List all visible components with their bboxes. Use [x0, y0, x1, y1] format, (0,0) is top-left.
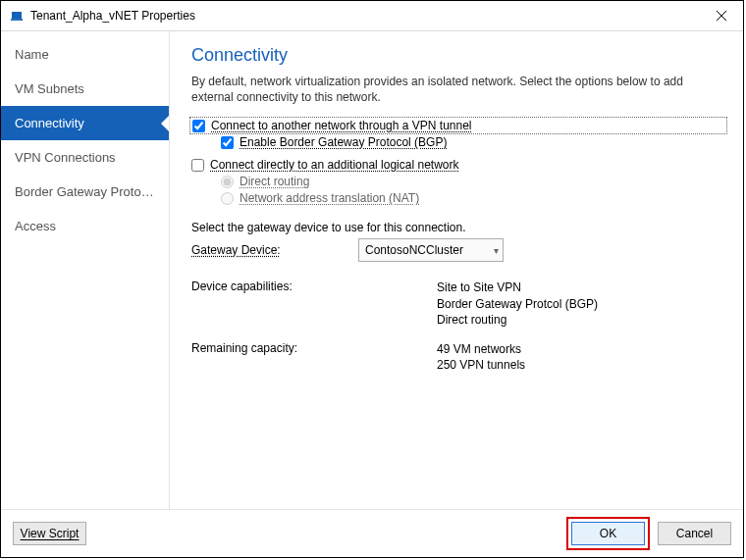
page-title: Connectivity [191, 45, 725, 66]
vpn-tunnel-label: Connect to another network through a VPN… [211, 119, 472, 132]
direct-connect-group: Connect directly to an additional logica… [191, 157, 725, 207]
ok-highlight: OK [566, 517, 650, 550]
direct-routing-label: Direct routing [240, 175, 309, 188]
capabilities-section: Device capabilities: Site to Site VPN Bo… [191, 280, 725, 373]
close-icon [717, 11, 726, 21]
gateway-select[interactable]: ContosoNCCluster ▾ [358, 238, 504, 262]
direct-routing-row: Direct routing [191, 174, 725, 190]
direct-connect-label: Connect directly to an additional logica… [210, 158, 458, 172]
nat-row: Network address translation (NAT) [191, 190, 725, 207]
window-title: Tenant_Alpha_vNET Properties [30, 9, 699, 23]
sidebar-item-name[interactable]: Name [1, 37, 169, 72]
cap-value-1: Border Gateway Protcol (BGP) [437, 296, 598, 312]
bgp-checkbox[interactable] [221, 136, 234, 149]
bgp-label: Enable Border Gateway Protocol (BGP) [240, 135, 447, 149]
gateway-section: Select the gateway device to use for thi… [191, 221, 725, 262]
direct-connect-checkbox[interactable] [191, 159, 204, 172]
remaining-value-0: 49 VM networks [437, 341, 525, 357]
capabilities-label: Device capabilities: [191, 280, 437, 328]
cap-value-2: Direct routing [437, 312, 598, 328]
sidebar-item-connectivity[interactable]: Connectivity [1, 106, 169, 140]
titlebar: Tenant_Alpha_vNET Properties [1, 1, 743, 31]
direct-connect-row: Connect directly to an additional logica… [191, 157, 725, 174]
page-description: By default, network virtualization provi… [191, 74, 725, 105]
cancel-button[interactable]: Cancel [658, 522, 731, 545]
remaining-row: Remaining capacity: 49 VM networks 250 V… [191, 341, 725, 373]
close-button[interactable] [699, 1, 743, 30]
vpn-tunnel-checkbox[interactable] [192, 120, 205, 132]
gateway-value: ContosoNCCluster [365, 243, 463, 257]
svg-rect-0 [12, 12, 22, 20]
dialog-window: Tenant_Alpha_vNET Properties Name VM Sub… [0, 0, 744, 558]
bgp-row: Enable Border Gateway Protocol (BGP) [191, 134, 725, 151]
vpn-tunnel-row: Connect to another network through a VPN… [189, 117, 727, 134]
remaining-values: 49 VM networks 250 VPN tunnels [437, 341, 525, 373]
sidebar-item-vpn-connections[interactable]: VPN Connections [1, 140, 169, 175]
gateway-row: Gateway Device: ContosoNCCluster ▾ [191, 238, 725, 262]
remaining-label: Remaining capacity: [191, 341, 437, 373]
capabilities-values: Site to Site VPN Border Gateway Protcol … [437, 280, 598, 328]
sidebar: Name VM Subnets Connectivity VPN Connect… [1, 31, 170, 509]
remaining-value-1: 250 VPN tunnels [437, 357, 525, 373]
main-panel: Connectivity By default, network virtual… [170, 31, 743, 509]
capabilities-row: Device capabilities: Site to Site VPN Bo… [191, 280, 725, 328]
sidebar-item-access[interactable]: Access [1, 209, 169, 243]
vpn-tunnel-group: Connect to another network through a VPN… [191, 117, 725, 151]
sidebar-item-bgp[interactable]: Border Gateway Protocol... [1, 175, 169, 209]
footer: View Script OK Cancel [1, 509, 743, 557]
gateway-label: Gateway Device: [191, 243, 358, 257]
direct-routing-radio[interactable] [221, 176, 234, 188]
app-icon [9, 8, 25, 24]
view-script-button[interactable]: View Script [13, 522, 86, 545]
chevron-down-icon: ▾ [494, 245, 499, 256]
nat-radio[interactable] [221, 192, 234, 205]
svg-rect-1 [11, 19, 23, 21]
cap-value-0: Site to Site VPN [437, 280, 598, 295]
nat-label: Network address translation (NAT) [240, 191, 419, 205]
gateway-prompt: Select the gateway device to use for thi… [191, 221, 725, 234]
sidebar-item-vm-subnets[interactable]: VM Subnets [1, 72, 169, 106]
ok-button[interactable]: OK [571, 522, 645, 545]
body: Name VM Subnets Connectivity VPN Connect… [1, 31, 743, 509]
